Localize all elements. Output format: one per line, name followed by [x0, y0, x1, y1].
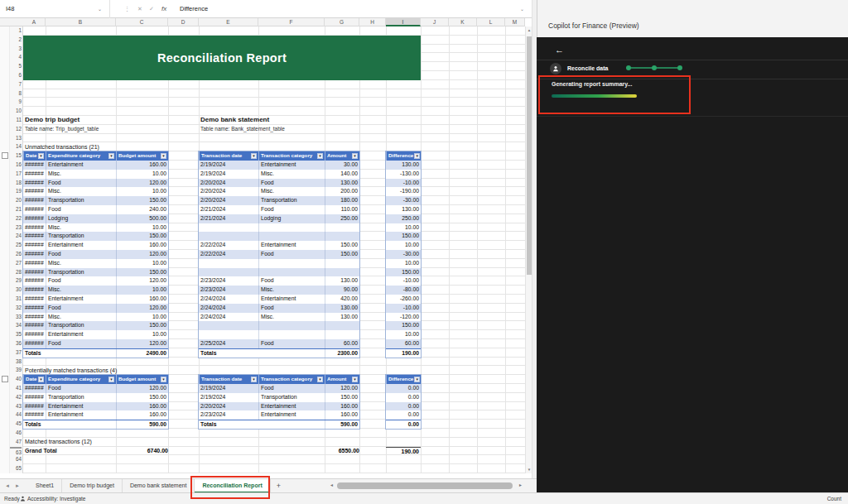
- filter-button-icon[interactable]: ▼: [352, 377, 358, 382]
- row-header-22[interactable]: 22: [10, 214, 22, 223]
- cell[interactable]: Food: [258, 250, 325, 259]
- row-header-15[interactable]: 15: [10, 151, 22, 161]
- column-header-cell[interactable]: Difference▼: [386, 375, 421, 384]
- matched-section-label[interactable]: Matched transactions (12): [25, 438, 92, 447]
- cell[interactable]: 110.00: [325, 205, 359, 214]
- row-header-16[interactable]: 16: [10, 161, 22, 170]
- cell[interactable]: ######: [23, 402, 46, 411]
- cell[interactable]: Entertainment: [258, 410, 325, 420]
- cell[interactable]: 2/19/2024: [199, 170, 258, 179]
- cell[interactable]: 2/23/2024: [199, 276, 258, 286]
- totals-value-cell[interactable]: 590.00: [116, 420, 168, 429]
- cell[interactable]: 2/21/2024: [199, 214, 258, 223]
- cell[interactable]: 2/24/2024: [199, 304, 258, 313]
- cell[interactable]: Food: [46, 179, 116, 188]
- cell[interactable]: 130.00: [386, 205, 421, 214]
- cancel-icon[interactable]: ✕: [137, 0, 142, 18]
- row-header-45[interactable]: 45: [10, 420, 22, 429]
- column-header-cell[interactable]: Transaction category▼: [258, 375, 325, 384]
- tab-scroll-left-icon[interactable]: ◄: [5, 479, 10, 493]
- totals-value-cell[interactable]: 2490.00: [116, 349, 168, 358]
- cell[interactable]: 160.00: [116, 295, 168, 304]
- row-header-23[interactable]: 23: [10, 223, 22, 233]
- cell[interactable]: 2/19/2024: [199, 384, 258, 393]
- cell[interactable]: Entertainment: [258, 161, 325, 170]
- cell[interactable]: Entertainment: [46, 295, 116, 304]
- filter-button-icon[interactable]: ▼: [108, 377, 114, 382]
- cell[interactable]: 180.00: [325, 196, 359, 205]
- row-header-31[interactable]: 31: [10, 295, 22, 304]
- cell[interactable]: Misc.: [46, 313, 116, 322]
- cell[interactable]: [325, 268, 359, 277]
- formula-bar-expand-icon[interactable]: ⌄: [520, 0, 524, 18]
- cell[interactable]: -80.00: [386, 286, 421, 295]
- cell[interactable]: ######: [23, 384, 46, 393]
- cell[interactable]: Food: [258, 205, 325, 214]
- row-header-14[interactable]: 14: [10, 142, 22, 151]
- cell[interactable]: ######: [23, 214, 46, 223]
- cell[interactable]: Misc.: [46, 286, 116, 295]
- row-header-6[interactable]: 6: [10, 71, 22, 80]
- cell[interactable]: 0.00: [386, 402, 421, 411]
- row-header-35[interactable]: 35: [10, 330, 22, 339]
- column-header-c[interactable]: C: [116, 18, 168, 26]
- column-header-f[interactable]: F: [258, 18, 325, 26]
- cell[interactable]: Entertainment: [46, 241, 116, 250]
- cell[interactable]: Entertainment: [46, 402, 116, 411]
- totals-label-cell[interactable]: Totals: [23, 420, 116, 429]
- cell[interactable]: 0.00: [386, 410, 421, 420]
- row-header-28[interactable]: 28: [10, 268, 22, 277]
- cell[interactable]: 10.00: [116, 170, 168, 179]
- cell[interactable]: -10.00: [386, 276, 421, 286]
- column-header-cell[interactable]: Expenditure category▼: [46, 375, 116, 384]
- cell[interactable]: 130.00: [325, 179, 359, 188]
- potential-section-label[interactable]: Potentially matched transactions (4): [25, 367, 117, 376]
- column-header-cell[interactable]: Budget amount▼: [116, 375, 168, 384]
- cell[interactable]: Food: [46, 384, 116, 393]
- cell[interactable]: 150.00: [325, 241, 359, 250]
- cell[interactable]: [199, 223, 258, 233]
- column-header-cell[interactable]: Transaction category▼: [258, 151, 325, 161]
- cell[interactable]: 250.00: [386, 214, 421, 223]
- cell[interactable]: Entertainment: [46, 410, 116, 420]
- row-header-8[interactable]: 8: [10, 89, 22, 98]
- row-header-4[interactable]: 4: [10, 53, 22, 62]
- cell[interactable]: [325, 321, 359, 330]
- cell[interactable]: 2/22/2024: [199, 241, 258, 250]
- row-header-7[interactable]: 7: [10, 80, 22, 89]
- cell[interactable]: 140.00: [325, 170, 359, 179]
- cell[interactable]: 0.00: [386, 393, 421, 402]
- column-header-cell[interactable]: Amount▼: [325, 151, 359, 161]
- cell[interactable]: Entertainment: [46, 330, 116, 339]
- row-header-21[interactable]: 21: [10, 205, 22, 214]
- row-header-24[interactable]: 24: [10, 232, 22, 241]
- cell[interactable]: [325, 259, 359, 268]
- status-count[interactable]: Count: [827, 493, 841, 504]
- cell[interactable]: 90.00: [325, 286, 359, 295]
- cell[interactable]: 150.00: [116, 393, 168, 402]
- cell[interactable]: -10.00: [386, 304, 421, 313]
- sheet-tab-demo-bank-statement[interactable]: Demo bank statement: [123, 479, 195, 493]
- row-header-30[interactable]: 30: [10, 286, 22, 295]
- row-header-38[interactable]: 38: [10, 358, 22, 367]
- column-header-e[interactable]: E: [199, 18, 258, 26]
- row-header-43[interactable]: 43: [10, 402, 22, 411]
- cell[interactable]: 10.00: [386, 259, 421, 268]
- cell[interactable]: ######: [23, 170, 46, 179]
- row-header-27[interactable]: 27: [10, 259, 22, 268]
- tab-scroll-right-icon[interactable]: ►: [15, 479, 20, 493]
- cell[interactable]: [258, 259, 325, 268]
- cell[interactable]: Misc.: [46, 259, 116, 268]
- name-box[interactable]: I48: [0, 0, 110, 18]
- cell[interactable]: ######: [23, 276, 46, 286]
- cell[interactable]: Misc.: [258, 313, 325, 322]
- cell[interactable]: Misc.: [258, 170, 325, 179]
- filter-button-icon[interactable]: ▼: [251, 153, 257, 159]
- cell[interactable]: 2/20/2024: [199, 179, 258, 188]
- row-header-26[interactable]: 26: [10, 250, 22, 259]
- filter-button-icon[interactable]: ▼: [414, 377, 420, 382]
- cell[interactable]: 10.00: [116, 259, 168, 268]
- cell[interactable]: Food: [46, 205, 116, 214]
- cell[interactable]: Transportation: [46, 393, 116, 402]
- cell[interactable]: ######: [23, 321, 46, 330]
